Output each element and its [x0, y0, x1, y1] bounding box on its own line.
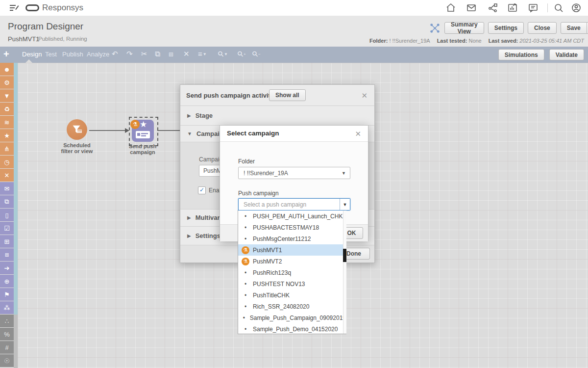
launch-icon: ⚑ [4, 291, 10, 298]
show-all-button[interactable]: Show all [269, 89, 306, 101]
sidebar-tool-program-branch[interactable]: ⋔ [0, 142, 14, 155]
campaign-option[interactable]: •PUSHABACTESTMAY18 [238, 222, 346, 233]
campaign-option[interactable]: •PushTitleCHK [238, 289, 346, 301]
enable-checkbox[interactable]: ✓ [198, 186, 206, 194]
tab-design[interactable]: Design [22, 51, 42, 58]
bullet-icon: • [242, 303, 249, 310]
message-center-icon: ⧈ [5, 251, 9, 259]
sidebar-tool-mobile[interactable]: ▯ [0, 209, 14, 221]
mail-icon[interactable] [466, 2, 477, 14]
dialog-close-icon[interactable]: ✕ [361, 91, 368, 100]
menu-compose-icon[interactable] [8, 2, 20, 14]
campaign-option[interactable]: •PUSHTEST NOV13 [238, 278, 346, 289]
sidebar-tool-profile-ai[interactable]: ⚙ [0, 76, 14, 89]
zoom-out-icon[interactable]: ⚲− [252, 50, 261, 58]
sidebar-tool-email[interactable]: ✉ [0, 182, 14, 195]
sidebar-tool-launch[interactable]: ⚑ [0, 288, 14, 301]
sidebar-tool-end[interactable]: ✕ [0, 169, 14, 182]
sidebar-tool-pages[interactable]: ⧉ [0, 195, 14, 208]
account-icon[interactable] [570, 2, 582, 14]
zoom-in-icon[interactable]: ⚲+ [238, 50, 246, 58]
campaign-option[interactable]: •Sample_Push_Demo_04152020 [238, 323, 346, 335]
nav-divider [547, 3, 548, 12]
tab-analyze[interactable]: Analyze [87, 51, 109, 58]
feedback-icon[interactable] [527, 2, 539, 14]
settings-button[interactable]: Settings [488, 22, 524, 34]
campaign-option[interactable]: ⚗PushMVT1 [238, 244, 346, 256]
dropdown-scrollbar-thumb[interactable] [343, 249, 346, 262]
tab-publish[interactable]: Publish [62, 51, 83, 58]
campaign-option[interactable]: •PushMsgCenter11212 [238, 233, 346, 244]
filter-icon: ▼ [4, 92, 10, 100]
undo-icon[interactable]: ↶ [112, 50, 118, 58]
chevron-right-icon: ▶ [187, 233, 191, 238]
redo-icon[interactable]: ↷ [126, 50, 133, 58]
sidebar-tool-timer[interactable]: ◷ [0, 156, 14, 168]
modal-title: Select campaign [227, 130, 279, 137]
copy-icon[interactable]: ⧉ [155, 50, 160, 58]
campaign-option-label: Sample_Push_Campaign_09092019 [250, 315, 346, 321]
campaign-option-label: PushTitleCHK [253, 292, 290, 299]
sidebar-tool-ai-head[interactable]: ☉ [0, 354, 14, 367]
scheduled-filter-node[interactable] [67, 119, 87, 140]
validate-button[interactable]: Validate [549, 49, 584, 60]
campaign-option-label: PUSH_PEM_AUTH_Launch_CHK [253, 213, 343, 220]
sidebar-tool-forward-message[interactable]: ➔ [0, 262, 14, 274]
ai-head-icon: ☉ [4, 357, 10, 365]
sidebar-tool-filter[interactable]: ▼ [0, 89, 14, 102]
save-button[interactable]: Save [561, 22, 587, 34]
folder-select[interactable]: ! !!Surender_19A ▼ [238, 167, 350, 179]
palette-strip-lower [14, 315, 18, 368]
palette-strip [14, 63, 18, 315]
sidebar-tool-wifi[interactable]: ≋ [0, 116, 14, 129]
combobox-placeholder: Select a push campaign [239, 199, 340, 210]
sidebar-tool-web[interactable]: ⊕ [0, 275, 14, 288]
sidebar-tool-contact-sync[interactable]: ♻ [0, 103, 14, 115]
close-button[interactable]: Close [528, 22, 557, 34]
cut-icon[interactable]: ✂ [141, 50, 147, 58]
analytics-icon[interactable] [507, 2, 518, 14]
sidebar-tool-hash[interactable]: # [0, 341, 14, 354]
search-icon[interactable] [553, 2, 564, 14]
sidebar-tool-audience[interactable]: ☻ [0, 63, 14, 76]
campaign-option[interactable]: •PushRich123q [238, 267, 346, 278]
campaign-option[interactable]: •PUSH_PEM_AUTH_Launch_CHK [238, 210, 346, 222]
section-stage[interactable]: ▶ Stage [180, 105, 374, 126]
chevron-right-icon: ▶ [187, 215, 191, 220]
program-map-icon[interactable] [429, 23, 441, 34]
campaign-option[interactable]: •Rich_SSR_24082020 [238, 301, 346, 312]
simulations-button[interactable]: Simulations [498, 49, 544, 60]
sidebar-tool-percent[interactable]: % [0, 328, 14, 341]
dialog-header: Send push campaign activity Show all ✕ [180, 85, 374, 106]
paste-icon[interactable]: ⧈ [169, 50, 173, 58]
campaign-option-label: PushMsgCenter11212 [253, 236, 311, 242]
align-icon[interactable]: ≡▼ [198, 50, 207, 58]
bullet-icon: • [242, 213, 249, 220]
end-icon: ✕ [4, 172, 10, 179]
push-node-label: Send pushcampaign [121, 143, 165, 155]
forward-message-icon: ➔ [4, 264, 10, 272]
top-bar: Responsys [0, 0, 588, 16]
combobox-arrow-icon[interactable]: ▼ [340, 199, 350, 210]
modal-close-icon[interactable]: ✕ [355, 130, 361, 138]
delete-icon[interactable]: ✕ [183, 50, 190, 58]
zoom-icon[interactable]: ⚲▼ [218, 50, 228, 58]
sidebar-tool-decision-tree[interactable]: ⊞ [0, 235, 14, 248]
tab-test[interactable]: Test [45, 51, 57, 58]
sidebar-tool-share[interactable]: ∴ [0, 315, 14, 327]
dropdown-scrollbar-track[interactable] [343, 210, 346, 334]
campaign-option-label: PushRich123q [253, 269, 291, 276]
web-icon: ⊕ [4, 278, 10, 285]
orchestration-icon[interactable] [487, 2, 499, 14]
bullet-icon: • [242, 224, 249, 231]
sidebar-tool-audience-group[interactable]: ⁂ [0, 301, 14, 314]
sidebar-tool-message-center[interactable]: ⧈ [0, 248, 14, 261]
sidebar-tool-favorite[interactable]: ★ [0, 129, 14, 142]
home-icon[interactable] [445, 2, 457, 14]
sidebar-tool-form[interactable]: ☑ [0, 222, 14, 235]
campaign-option[interactable]: •Sample_Push_Campaign_09092019 [238, 312, 346, 323]
campaign-option[interactable]: ⚗PushMVT2 [238, 256, 346, 267]
add-activity-icon[interactable]: + [3, 49, 9, 60]
push-campaign-combobox[interactable]: Select a push campaign ▼ [238, 198, 350, 210]
summary-view-button[interactable]: Summary View [444, 22, 484, 34]
